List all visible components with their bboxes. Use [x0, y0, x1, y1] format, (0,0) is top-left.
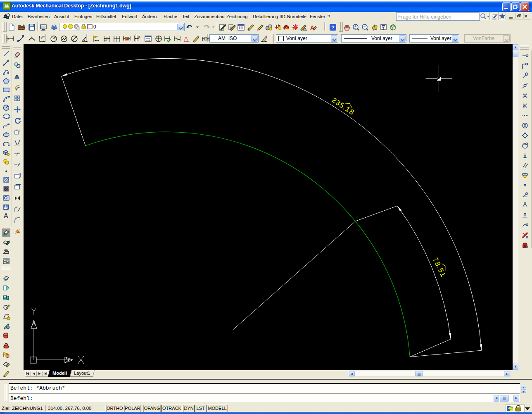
svg-text:78.51: 78.51 — [431, 256, 447, 278]
svg-text:A: A — [184, 36, 188, 42]
svg-text:xy: xy — [42, 36, 45, 38]
svg-text:?: ? — [331, 24, 335, 31]
svg-text:235.18: 235.18 — [330, 96, 356, 117]
svg-text:ab: ab — [126, 38, 129, 40]
svg-text:1: 1 — [149, 38, 151, 41]
